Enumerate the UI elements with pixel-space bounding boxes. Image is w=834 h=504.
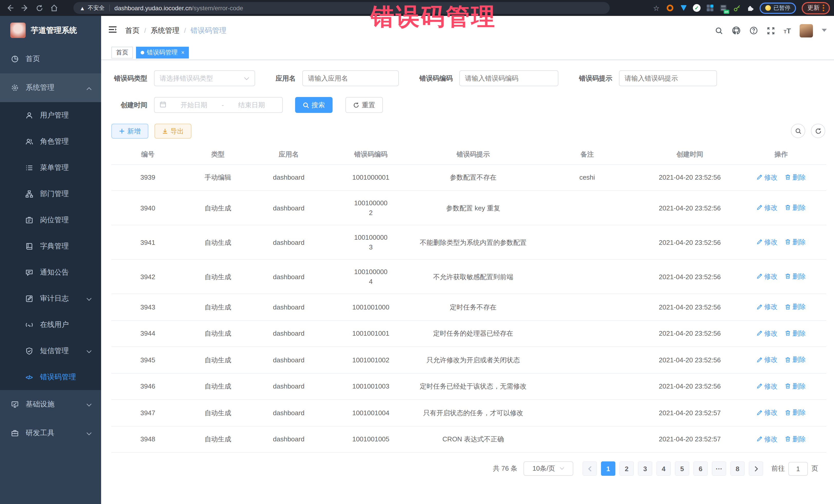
- bookmark-star-icon[interactable]: ☆: [653, 4, 659, 12]
- user-menu-caret-icon[interactable]: [822, 29, 827, 32]
- delete-link[interactable]: 删除: [785, 408, 806, 417]
- tag-close-icon[interactable]: ×: [181, 49, 184, 56]
- sidebar-item-5[interactable]: 部门管理: [0, 181, 101, 207]
- extension-blue-icon[interactable]: [680, 4, 687, 12]
- page-button-3[interactable]: 3: [638, 461, 652, 476]
- edit-link[interactable]: 修改: [756, 408, 777, 417]
- delete-link[interactable]: 删除: [785, 381, 806, 391]
- not-secure-warning-icon: ▲: [80, 5, 85, 11]
- edit-link[interactable]: 修改: [756, 434, 777, 444]
- delete-link[interactable]: 删除: [785, 328, 806, 338]
- table-row: 3944自动生成dashboard1001001001定时任务的处理器已经存在2…: [111, 320, 826, 347]
- extension-key-icon[interactable]: [733, 4, 741, 12]
- edit-link[interactable]: 修改: [756, 203, 777, 213]
- sidebar-item-12[interactable]: </>错误码管理: [0, 364, 101, 390]
- search-button[interactable]: 搜索: [295, 97, 333, 113]
- header-search-icon[interactable]: [715, 26, 723, 35]
- table-row: 3946自动生成dashboard1001001003定时任务已经处于该状态，无…: [111, 373, 826, 399]
- app-logo-row[interactable]: 芋道管理系统: [0, 16, 101, 45]
- next-page-button[interactable]: [749, 461, 763, 476]
- help-icon[interactable]: [749, 26, 758, 35]
- delete-link[interactable]: 删除: [785, 271, 806, 281]
- reset-button[interactable]: 重置: [345, 97, 383, 113]
- row-actions: 修改删除: [736, 164, 826, 191]
- browser-reload-icon[interactable]: [36, 4, 43, 12]
- paused-extension-badge[interactable]: 已暂停: [760, 2, 796, 14]
- sidebar-item-14[interactable]: 研发工具: [0, 419, 101, 447]
- github-icon[interactable]: [732, 26, 741, 35]
- edit-link[interactable]: 修改: [756, 381, 777, 391]
- error-type-select[interactable]: 请选择错误码类型: [154, 70, 255, 86]
- sidebar-item-6[interactable]: 岗位管理: [0, 207, 101, 233]
- delete-link[interactable]: 删除: [785, 434, 806, 444]
- delete-link[interactable]: 删除: [785, 237, 806, 247]
- browser-menu-icon[interactable]: [823, 5, 824, 11]
- extension-green-check-icon[interactable]: ✓: [693, 4, 701, 12]
- edit-link[interactable]: 修改: [756, 302, 777, 311]
- sidebar-item-3[interactable]: 角色管理: [0, 128, 101, 154]
- export-button[interactable]: 导出: [154, 124, 192, 138]
- chevron-down-icon: [86, 347, 92, 355]
- font-size-icon[interactable]: TT: [784, 26, 791, 35]
- address-bar[interactable]: ▲ 不安全 dashboard.yudao.iocoder.cn /system…: [73, 2, 610, 14]
- sidebar-item-7[interactable]: 字典管理: [0, 233, 101, 259]
- edit-link[interactable]: 修改: [756, 172, 777, 182]
- page-button-5[interactable]: 5: [675, 461, 689, 476]
- fullscreen-icon[interactable]: [767, 26, 775, 35]
- edit-link[interactable]: 修改: [756, 271, 777, 281]
- more-pages-button[interactable]: ···: [712, 461, 726, 476]
- delete-link[interactable]: 删除: [785, 302, 806, 311]
- sidebar-item-13[interactable]: 基础设施: [0, 390, 101, 419]
- extension-list-icon[interactable]: on: [720, 4, 727, 12]
- extensions-puzzle-icon[interactable]: [746, 4, 754, 12]
- date-range-picker[interactable]: 开始日期 - 结束日期: [154, 97, 283, 113]
- sidebar-item-2[interactable]: 用户管理: [0, 102, 101, 128]
- add-button[interactable]: 新增: [111, 124, 148, 138]
- row-msg: 参数配置 key 重复: [416, 191, 531, 225]
- delete-link[interactable]: 删除: [785, 203, 806, 213]
- page-button-2[interactable]: 2: [619, 461, 634, 476]
- sidebar-item-10[interactable]: 在线用户: [0, 311, 101, 338]
- extension-grid-icon[interactable]: [706, 4, 714, 12]
- browser-forward-icon[interactable]: [21, 4, 29, 12]
- browser-update-button[interactable]: 更新: [802, 2, 830, 14]
- page-button-1[interactable]: 1: [601, 461, 615, 476]
- page-button-6[interactable]: 6: [694, 461, 708, 476]
- sidebar-item-9[interactable]: 审计日志: [0, 285, 101, 311]
- toggle-search-button[interactable]: [791, 124, 805, 138]
- sidebar-item-1[interactable]: 系统管理: [0, 73, 101, 102]
- date-separator: -: [222, 101, 224, 109]
- goto-page-input[interactable]: [788, 462, 808, 476]
- edit-link[interactable]: 修改: [756, 237, 777, 247]
- delete-link[interactable]: 删除: [785, 355, 806, 365]
- sidebar-item-11[interactable]: 短信管理: [0, 338, 101, 364]
- extension-orange-icon[interactable]: [666, 4, 674, 12]
- app-name-input[interactable]: [302, 70, 399, 86]
- breadcrumb-home[interactable]: 首页: [125, 26, 139, 35]
- user-icon: [25, 111, 34, 119]
- edit-link[interactable]: 修改: [756, 328, 777, 338]
- error-hint-input[interactable]: [619, 70, 717, 86]
- edit-link[interactable]: 修改: [756, 355, 777, 365]
- tag-error-code[interactable]: 错误码管理 ×: [136, 46, 189, 58]
- user-avatar[interactable]: [799, 24, 813, 37]
- prev-page-button[interactable]: [583, 461, 597, 476]
- delete-link[interactable]: 删除: [785, 172, 806, 182]
- error-code-input[interactable]: [459, 70, 558, 86]
- page-button-8[interactable]: 8: [730, 461, 745, 476]
- refresh-table-button[interactable]: [811, 124, 825, 138]
- row-id: 3942: [111, 259, 184, 294]
- row-actions: 修改删除: [736, 347, 826, 373]
- sidebar-item-0[interactable]: 首页: [0, 45, 101, 73]
- sidebar-item-8[interactable]: 通知公告: [0, 259, 101, 285]
- browser-home-icon[interactable]: [50, 4, 58, 12]
- breadcrumb-system[interactable]: 系统管理: [151, 26, 179, 35]
- page-button-4[interactable]: 4: [656, 461, 671, 476]
- browser-back-icon[interactable]: [6, 4, 14, 12]
- sidebar-item-4[interactable]: 菜单管理: [0, 154, 101, 181]
- tag-home[interactable]: 首页: [111, 46, 133, 58]
- page-size-select[interactable]: 10条/页: [524, 461, 573, 476]
- row-app: dashboard: [251, 191, 326, 225]
- table-toolbar: 新增 导出: [111, 124, 826, 138]
- sidebar-toggle-icon[interactable]: [108, 26, 117, 36]
